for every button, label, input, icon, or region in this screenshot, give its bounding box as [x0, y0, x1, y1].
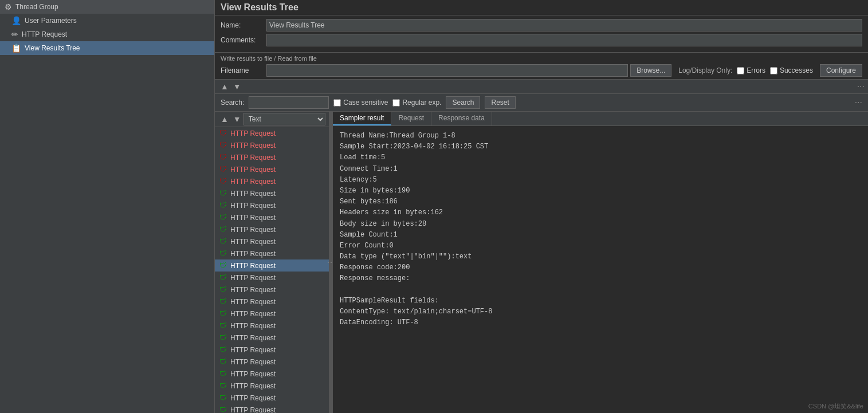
- list-item[interactable]: 🛡 HTTP Request: [215, 344, 329, 356]
- list-item[interactable]: 🛡 HTTP Request: [215, 404, 329, 413]
- search-row: Search: Case sensitive Regular exp. Sear…: [215, 94, 868, 112]
- error-icon: 🛡: [219, 177, 227, 186]
- list-item[interactable]: 🛡 HTTP Request: [215, 235, 329, 247]
- collapse-button[interactable]: ▼: [231, 81, 243, 92]
- list-item[interactable]: 🛡 HTTP Request: [215, 151, 329, 163]
- list-item[interactable]: 🛡 HTTP Request: [215, 284, 329, 296]
- success-icon: 🛡: [219, 321, 227, 330]
- name-input[interactable]: [266, 19, 862, 32]
- list-item-active[interactable]: 🛡 HTTP Request: [215, 259, 329, 272]
- more-options-icon[interactable]: ···: [857, 81, 865, 92]
- success-icon: 🛡: [219, 345, 227, 354]
- tab-sampler-result[interactable]: Sampler result: [333, 112, 391, 125]
- list-item[interactable]: 🛡 HTTP Request: [215, 139, 329, 151]
- result-line: Sample Start:2023-04-02 16:18:25 CST: [340, 141, 861, 152]
- list-item[interactable]: 🛡 HTTP Request: [215, 368, 329, 380]
- result-content: Thread Name:Thread Group 1-8 Sample Star…: [333, 126, 868, 413]
- list-item[interactable]: 🛡 HTTP Request: [215, 223, 329, 235]
- list-item[interactable]: 🛡 HTTP Request: [215, 127, 329, 139]
- success-icon: 🛡: [219, 201, 227, 210]
- thread-group-icon: ⚙: [5, 2, 12, 11]
- page-title-row: View Results Tree: [215, 0, 868, 15]
- file-section: Write results to file / Read from file F…: [215, 53, 868, 80]
- left-toolbar: ▲ ▼ Text HTML JSON XML Regexp Tester CSS…: [215, 112, 329, 127]
- result-line: Response code:200: [340, 262, 861, 273]
- list-item[interactable]: 🛡 HTTP Request: [215, 175, 329, 187]
- result-line: DataEncoding: UTF-8: [340, 317, 861, 328]
- name-row: Name:: [221, 19, 862, 32]
- list-item[interactable]: 🛡 HTTP Request: [215, 392, 329, 404]
- error-icon: 🛡: [219, 129, 227, 137]
- tabs-row: Sampler result Request Response data: [333, 112, 868, 126]
- browse-button[interactable]: Browse...: [630, 64, 671, 77]
- result-line: Size in bytes:190: [340, 186, 861, 196]
- list-item[interactable]: 🛡 HTTP Request: [215, 308, 329, 320]
- list-item[interactable]: 🛡 HTTP Request: [215, 211, 329, 223]
- split-pane: ▲ ▼ Text HTML JSON XML Regexp Tester CSS…: [215, 112, 868, 413]
- log-display-label: Log/Display Only:: [678, 66, 732, 74]
- list-item[interactable]: 🛡 HTTP Request: [215, 380, 329, 392]
- error-icon: 🛡: [219, 165, 227, 174]
- page-title: View Results Tree: [221, 2, 299, 12]
- successes-checkbox-label[interactable]: Successes: [770, 66, 813, 74]
- left-collapse-btn[interactable]: ▼: [231, 113, 243, 125]
- success-icon: 🛡: [219, 237, 227, 246]
- search-more-options[interactable]: ···: [855, 97, 862, 108]
- success-icon: 🛡: [219, 309, 227, 318]
- error-icon: 🛡: [219, 153, 227, 162]
- success-icon: 🛡: [219, 225, 227, 234]
- list-item[interactable]: 🛡 HTTP Request: [215, 247, 329, 259]
- success-icon: 🛡: [219, 273, 227, 282]
- result-line: Data type ("text"|"bin"|""):text: [340, 251, 861, 262]
- result-line: Response message:: [340, 273, 861, 284]
- sidebar-item-view-results-tree[interactable]: 📋 View Results Tree: [0, 41, 214, 55]
- main-panel: View Results Tree Name: Comments: Write …: [215, 0, 868, 413]
- result-line: Body size in bytes:28: [340, 219, 861, 230]
- left-expand-btn[interactable]: ▲: [218, 113, 231, 125]
- file-row: Filename Browse... Log/Display Only: Err…: [221, 64, 862, 77]
- tab-request[interactable]: Request: [391, 112, 431, 125]
- success-icon: 🛡: [219, 333, 227, 342]
- expand-button[interactable]: ▲: [218, 81, 231, 92]
- list-item[interactable]: 🛡 HTTP Request: [215, 187, 329, 199]
- toolbar-row-1: ▲ ▼ ···: [215, 80, 868, 94]
- tab-response-data[interactable]: Response data: [431, 112, 492, 125]
- sidebar-item-user-parameters[interactable]: 👤 User Parameters: [0, 14, 214, 27]
- success-icon: 🛡: [219, 394, 227, 402]
- errors-checkbox-label[interactable]: Errors: [737, 66, 765, 74]
- search-input[interactable]: [249, 96, 329, 109]
- result-line: Sample Count:1: [340, 230, 861, 241]
- search-button[interactable]: Search: [446, 96, 480, 109]
- configure-button[interactable]: Configure: [820, 64, 862, 77]
- list-item[interactable]: 🛡 HTTP Request: [215, 163, 329, 175]
- list-item[interactable]: 🛡 HTTP Request: [215, 296, 329, 308]
- errors-checkbox[interactable]: [737, 67, 744, 74]
- list-item[interactable]: 🛡 HTTP Request: [215, 199, 329, 211]
- case-sensitive-checkbox[interactable]: [333, 99, 341, 107]
- list-item[interactable]: 🛡 HTTP Request: [215, 332, 329, 344]
- error-icon: 🛡: [219, 141, 227, 150]
- filename-label: Filename: [221, 66, 266, 74]
- success-icon: 🛡: [219, 406, 227, 413]
- regex-label[interactable]: Regular exp.: [392, 99, 441, 107]
- regex-checkbox[interactable]: [392, 99, 400, 107]
- filename-input[interactable]: [266, 64, 628, 77]
- successes-checkbox[interactable]: [770, 67, 777, 74]
- reset-button[interactable]: Reset: [485, 96, 515, 109]
- comments-input[interactable]: [266, 34, 862, 46]
- case-sensitive-label[interactable]: Case sensitive: [333, 99, 388, 107]
- list-item[interactable]: 🛡 HTTP Request: [215, 320, 329, 332]
- success-icon: 🛡: [219, 285, 227, 294]
- type-select[interactable]: Text HTML JSON XML Regexp Tester CSS/JQu…: [243, 113, 325, 125]
- sidebar-item-http-request[interactable]: ✏ HTTP Request: [0, 27, 214, 41]
- user-parameters-icon: 👤: [11, 16, 21, 25]
- result-line: Latency:5: [340, 175, 861, 186]
- sidebar: ⚙ Thread Group 👤 User Parameters ✏ HTTP …: [0, 0, 215, 413]
- success-icon: 🛡: [219, 297, 227, 306]
- search-label: Search:: [221, 99, 244, 107]
- success-icon: 🛡: [219, 381, 227, 390]
- sidebar-item-thread-group[interactable]: ⚙ Thread Group: [0, 0, 214, 14]
- list-item[interactable]: 🛡 HTTP Request: [215, 356, 329, 368]
- list-item[interactable]: 🛡 HTTP Request: [215, 272, 329, 284]
- success-icon: 🛡: [219, 357, 227, 366]
